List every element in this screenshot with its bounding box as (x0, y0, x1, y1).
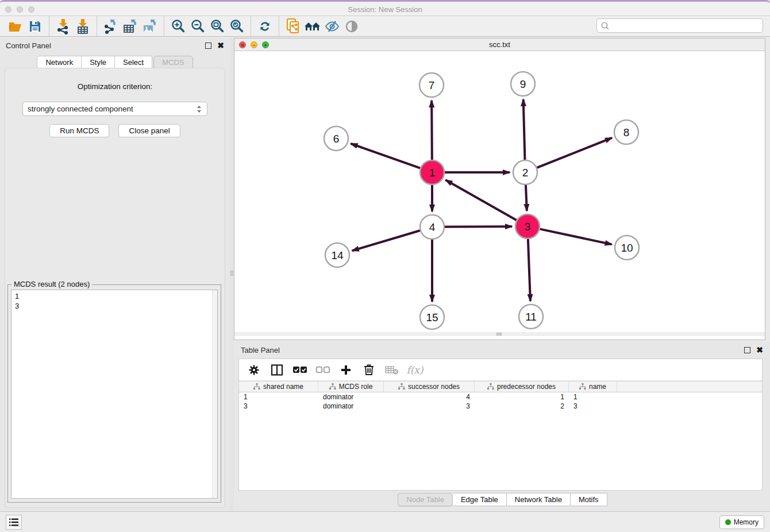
network-graph[interactable]: 1234678910111415 (234, 51, 765, 332)
tab-edge-table[interactable]: Edge Table (453, 493, 507, 506)
result-scrollbar[interactable] (212, 290, 217, 498)
edge-1-6[interactable] (351, 144, 420, 168)
show-graphics-icon[interactable] (342, 18, 361, 35)
network-canvas[interactable]: 1234678910111415 (234, 51, 765, 336)
export-image-icon[interactable] (140, 18, 160, 35)
tab-motifs[interactable]: Motifs (571, 493, 607, 506)
table-cell[interactable]: 3 (384, 402, 475, 411)
close-panel-button[interactable]: Close panel (118, 124, 180, 137)
edge-3-11[interactable] (528, 239, 530, 301)
network-scrollbar[interactable] (234, 332, 765, 336)
run-mcds-button[interactable]: Run MCDS (49, 124, 109, 137)
memory-button[interactable]: Memory (719, 515, 764, 529)
task-history-button[interactable] (6, 515, 22, 530)
table-header-row[interactable]: shared nameMCDS rolesuccessor nodesprede… (239, 381, 762, 392)
table-row[interactable]: 1dominator411 (239, 392, 762, 402)
divider-grip[interactable] (230, 271, 233, 276)
table-cell[interactable]: 1 (239, 392, 318, 402)
column-sort-icon (487, 383, 494, 390)
table-cell[interactable]: 4 (384, 392, 475, 402)
mcds-result-text[interactable]: 13 (11, 290, 218, 499)
column-label: predecessor nodes (497, 383, 556, 391)
column-label: successor nodes (408, 383, 460, 391)
close-panel-icon[interactable]: ✖ (217, 43, 224, 49)
table-cell[interactable]: 3 (569, 402, 617, 411)
edge-3-1[interactable] (445, 180, 516, 220)
graph-node-9[interactable]: 9 (511, 72, 535, 96)
table-toolbar: f(x) (239, 359, 762, 381)
table-cell[interactable]: 3 (239, 402, 318, 411)
column-header-shared-name[interactable]: shared name (239, 381, 318, 392)
column-header-MCDS-role[interactable]: MCDS role (318, 381, 384, 392)
gear-icon[interactable] (247, 363, 261, 377)
export-network-icon[interactable] (101, 18, 121, 35)
tab-node-table[interactable]: Node Table (398, 493, 453, 506)
import-network-icon[interactable] (53, 18, 73, 35)
zoom-in-icon[interactable] (168, 18, 188, 35)
float-panel-icon[interactable] (205, 43, 211, 49)
close-table-panel-icon[interactable]: ✖ (756, 347, 763, 353)
column-header-name[interactable]: name (569, 381, 617, 392)
zoom-selected-icon[interactable] (227, 18, 247, 35)
edge-2-8[interactable] (537, 138, 611, 168)
title-bar: Session: New Session (0, 0, 770, 16)
graph-node-3[interactable]: 3 (515, 214, 540, 238)
edge-2-3[interactable] (526, 185, 527, 211)
edge-3-10[interactable] (540, 229, 612, 245)
float-table-panel-icon[interactable] (744, 347, 750, 353)
edge-2-9[interactable] (523, 99, 525, 160)
home-icon[interactable] (303, 18, 322, 35)
graph-node-8[interactable]: 8 (614, 120, 638, 144)
network-maximize-button[interactable]: + (262, 41, 269, 48)
edge-4-14[interactable] (352, 230, 420, 250)
graph-node-10[interactable]: 10 (615, 236, 639, 260)
table-cell[interactable]: 1 (569, 392, 617, 402)
column-header-predecessor-nodes[interactable]: predecessor nodes (475, 381, 569, 392)
network-scrollbar-thumb[interactable] (496, 333, 502, 336)
network-file-icon[interactable] (283, 18, 303, 35)
column-sort-icon (253, 383, 260, 390)
graph-node-2[interactable]: 2 (513, 160, 537, 184)
table-cell[interactable]: dominator (318, 392, 384, 402)
network-close-button[interactable]: ✕ (239, 41, 246, 48)
toolbar-separator (279, 17, 279, 36)
table-cell[interactable]: 1 (475, 392, 569, 402)
import-table-icon[interactable] (73, 18, 93, 35)
graph-node-15[interactable]: 15 (420, 305, 444, 329)
edge-4-3[interactable] (445, 226, 512, 227)
tab-network[interactable]: Network (37, 56, 82, 69)
save-icon[interactable] (25, 18, 45, 35)
graph-node-14[interactable]: 14 (325, 243, 349, 267)
graph-node-1[interactable]: 1 (420, 160, 444, 184)
export-table-icon[interactable] (121, 18, 140, 35)
table-row[interactable]: 3dominator323 (239, 402, 762, 411)
table-cell[interactable]: dominator (318, 402, 384, 411)
graph-node-4[interactable]: 4 (420, 215, 444, 239)
edge-1-7[interactable] (432, 101, 432, 160)
add-icon[interactable] (339, 363, 353, 377)
tab-style[interactable]: Style (82, 56, 115, 69)
network-window-title: scc.txt (234, 38, 765, 51)
deselect-all-icon[interactable] (316, 363, 330, 377)
hide-graphics-icon[interactable] (322, 18, 342, 35)
zoom-out-icon[interactable] (188, 18, 207, 35)
table-cell[interactable]: 2 (475, 402, 569, 411)
open-folder-icon[interactable] (6, 18, 25, 35)
tab-mcds[interactable]: MCDS (153, 56, 192, 69)
network-minimize-button[interactable]: − (251, 41, 257, 48)
columns-icon[interactable] (270, 363, 284, 377)
tab-select[interactable]: Select (115, 56, 152, 69)
zoom-fit-icon[interactable] (207, 18, 227, 35)
column-header-successor-nodes[interactable]: successor nodes (384, 381, 475, 392)
node-label: 1 (429, 167, 436, 179)
search-input[interactable] (596, 18, 763, 33)
criterion-dropdown[interactable]: strongly connected component (22, 102, 207, 116)
delete-icon[interactable] (362, 363, 376, 377)
select-all-icon[interactable] (293, 363, 307, 377)
graph-node-11[interactable]: 11 (519, 304, 543, 329)
tab-network-table[interactable]: Network Table (507, 493, 571, 506)
refresh-icon[interactable] (255, 18, 275, 35)
graph-node-7[interactable]: 7 (419, 73, 444, 97)
panel-divider[interactable] (230, 38, 234, 511)
graph-node-6[interactable]: 6 (324, 126, 348, 151)
